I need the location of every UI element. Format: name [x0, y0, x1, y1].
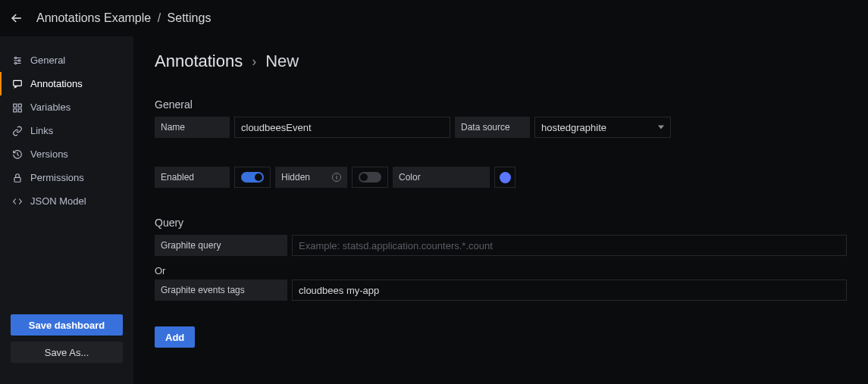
svg-rect-4 — [14, 104, 17, 107]
svg-rect-6 — [14, 108, 17, 111]
main-content: Annotations › New General Name Data sour… — [133, 36, 868, 384]
datasource-label: Data source — [455, 117, 530, 138]
sidebar: General Annotations Variables Links Vers… — [0, 36, 133, 384]
sidebar-item-variables[interactable]: Variables — [0, 95, 133, 119]
svg-point-1 — [18, 59, 20, 61]
sidebar-item-annotations[interactable]: Annotations — [0, 72, 133, 95]
color-picker[interactable] — [494, 167, 515, 188]
color-label: Color — [393, 167, 490, 188]
hidden-label: Hidden i — [275, 167, 347, 188]
sidebar-item-json-model[interactable]: JSON Model — [0, 189, 133, 213]
svg-point-0 — [15, 57, 17, 58]
sidebar-item-label: General — [30, 55, 65, 66]
hidden-toggle[interactable] — [359, 172, 381, 183]
sidebar-item-label: Versions — [30, 148, 68, 160]
chevron-right-icon: › — [252, 54, 256, 70]
section-title-query: Query — [155, 217, 847, 229]
enabled-toggle-container — [234, 167, 271, 188]
back-arrow-icon[interactable] — [9, 11, 24, 26]
svg-rect-7 — [18, 108, 21, 111]
sidebar-item-label: Variables — [30, 101, 71, 113]
or-label: Or — [155, 262, 847, 279]
graphite-query-input[interactable] — [292, 235, 847, 256]
datasource-select[interactable]: hostedgraphite — [534, 117, 671, 138]
caret-down-icon — [658, 124, 664, 130]
hidden-toggle-container — [352, 167, 388, 188]
sidebar-item-label: JSON Model — [30, 195, 86, 207]
info-icon[interactable]: i — [332, 173, 341, 182]
sidebar-item-permissions[interactable]: Permissions — [0, 166, 133, 189]
graphite-tags-label: Graphite events tags — [155, 279, 287, 301]
svg-rect-5 — [18, 104, 21, 107]
breadcrumb: Annotations › New — [155, 52, 847, 71]
sidebar-item-label: Permissions — [30, 172, 84, 183]
svg-point-2 — [15, 62, 17, 64]
sidebar-item-label: Annotations — [30, 78, 83, 89]
sidebar-item-versions[interactable]: Versions — [0, 142, 133, 166]
sidebar-item-general[interactable]: General — [0, 48, 133, 72]
sidebar-item-links[interactable]: Links — [0, 119, 133, 142]
name-input[interactable] — [234, 117, 450, 138]
sidebar-item-label: Links — [30, 125, 53, 136]
breadcrumb-root[interactable]: Annotations — [155, 52, 243, 71]
save-as-button[interactable]: Save As... — [11, 342, 123, 363]
breadcrumb-leaf: New — [265, 52, 299, 71]
section-title-general: General — [155, 98, 847, 111]
enabled-label: Enabled — [155, 167, 230, 188]
color-swatch — [500, 172, 511, 183]
save-dashboard-button[interactable]: Save dashboard — [11, 314, 123, 336]
graphite-tags-input[interactable] — [292, 279, 847, 301]
svg-rect-8 — [14, 177, 20, 182]
svg-rect-3 — [14, 80, 22, 86]
page-title: Annotations Example / Settings — [36, 11, 211, 25]
enabled-toggle[interactable] — [241, 172, 264, 183]
graphite-query-label: Graphite query — [155, 235, 287, 256]
add-button[interactable]: Add — [155, 326, 195, 348]
name-label: Name — [155, 117, 230, 138]
